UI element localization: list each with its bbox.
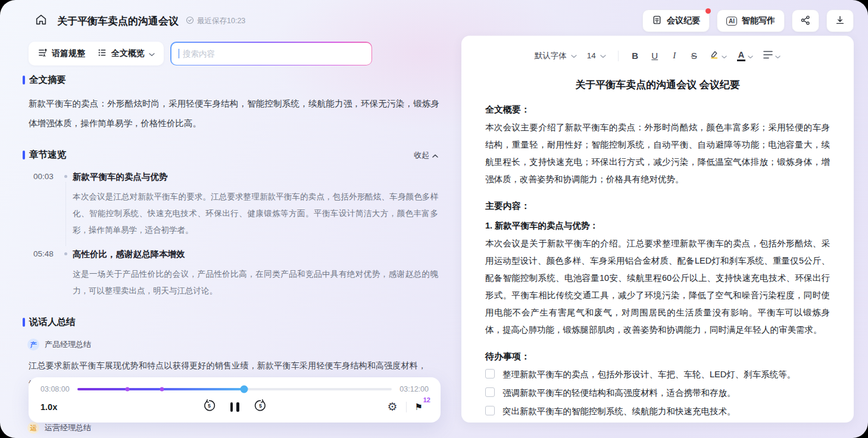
topbar: 关于平衡车卖点的沟通会议 最近保存10:23 会议纪要 AI 智能写作: [0, 0, 868, 35]
avatar: 产: [27, 339, 39, 351]
ab-marker[interactable]: [126, 387, 130, 392]
chevron-down-icon: [775, 51, 780, 61]
smart-writing-button[interactable]: AI 智能写作: [717, 10, 785, 32]
strikethrough-button[interactable]: S: [689, 51, 699, 61]
summary-text: 新款平衡车的卖点：外形酷炫时尚，采用轻便车身结构，智能控制系统，续航能力强，环保…: [29, 94, 439, 133]
svg-text:5: 5: [259, 403, 262, 409]
font-size-select[interactable]: 14: [587, 51, 606, 60]
todo-checkbox[interactable]: [485, 369, 495, 378]
flag-icon: ⚑: [415, 402, 423, 412]
italic-button[interactable]: I: [670, 51, 679, 61]
pause-icon: [236, 402, 239, 412]
highlighter-icon: [709, 49, 719, 62]
search-input[interactable]: [182, 49, 364, 59]
summary-heading: 全文摘要: [29, 74, 66, 86]
speaker-header: 运 运营经理总结: [27, 422, 441, 434]
home-button[interactable]: [35, 13, 48, 29]
share-icon: [800, 15, 811, 27]
flag-count-badge: 12: [423, 396, 430, 403]
chapter-body: 新款平衡车的卖点与优势 本次会议是江总对新款平衡车的要求。江总要求整理新款平衡车…: [73, 171, 441, 239]
accent-bar: [23, 76, 25, 85]
minutes-document[interactable]: 关于平衡车卖点的沟通会议 会议纪要 全文概要： 本次会议主要介绍了新款平衡车的卖…: [461, 78, 854, 423]
playhead[interactable]: [240, 386, 248, 393]
overview-paragraph: 本次会议主要介绍了新款平衡车的卖点：外形时尚酷炫，颜色丰富多彩；采用轻便的车身结…: [485, 119, 830, 188]
pause-button[interactable]: [230, 402, 239, 412]
font-family-select[interactable]: 默认字体: [535, 51, 577, 61]
share-button[interactable]: [792, 10, 819, 32]
section1-paragraph: 本次会议是关于新款平衡车的介绍。江总要求整理新款平衡车的卖点，包括外形酷炫、采用…: [485, 235, 830, 339]
player-start-time: 03:08:00: [40, 385, 70, 393]
collapse-button[interactable]: 收起: [414, 150, 441, 161]
save-status-badge: 最近保存10:23: [186, 16, 245, 26]
chapter-title: 高性价比，感谢赵总降本增效: [73, 249, 438, 260]
toolbar-divider: [618, 51, 619, 61]
chapter-description: 这是一场关于产品性价比的会议，产品性价比高，在同类产品和竞品中具有绝对优势，感谢…: [73, 266, 438, 299]
chevron-down-icon: [571, 51, 577, 60]
rewind-5-button[interactable]: 5: [202, 399, 216, 415]
font-color-button[interactable]: A: [737, 51, 753, 61]
home-icon: [35, 13, 48, 29]
speakers-heading: 说话人总结: [29, 316, 76, 328]
playback-speed-button[interactable]: 1.0x: [40, 402, 118, 412]
accent-bar: [23, 318, 25, 327]
flag-marks-button[interactable]: ⚑ 12: [415, 402, 423, 412]
svg-text:5: 5: [208, 403, 211, 409]
notification-dot: [705, 8, 711, 14]
gear-icon: ⚙: [388, 401, 398, 413]
chevron-down-icon: [748, 51, 753, 61]
editor-toolbar: 默认字体 14 B U I S: [461, 49, 854, 62]
chapter-timestamp[interactable]: 05:48: [33, 249, 60, 299]
chevron-down-icon: [722, 51, 727, 61]
ab-marker[interactable]: [160, 387, 164, 392]
save-status-text: 最近保存10:23: [197, 16, 245, 26]
text-cursor: [179, 49, 180, 58]
document-icon: [652, 15, 662, 27]
chevron-down-icon: [149, 49, 155, 58]
player-progress-row: 03:08:00 03:12:00: [40, 385, 429, 393]
text-reorder-icon: [38, 48, 48, 60]
underline-button[interactable]: U: [650, 51, 660, 61]
progress-track[interactable]: [77, 388, 392, 390]
main-content-heading: 主要内容：: [485, 201, 830, 212]
todo-item: 突出新款平衡车的智能控制系统、续航能力和快速充电技术。: [485, 405, 830, 418]
todo-checkbox[interactable]: [485, 387, 495, 397]
forward-5-icon: 5: [254, 399, 267, 415]
chapter-dotted-line: [65, 182, 66, 246]
chapter-rail: [60, 249, 73, 299]
pause-icon: [230, 402, 233, 412]
chapter-item[interactable]: 05:48 高性价比，感谢赵总降本增效 这是一场关于产品性价比的会议，产品性价比…: [23, 249, 441, 299]
chapters-section-header: 章节速览 收起: [23, 149, 441, 161]
todo-list: 整理新款平衡车的卖点，包括外形设计、车把、车轮、LED灯、刹车系统等。 强调新款…: [485, 368, 830, 423]
divider: [406, 402, 407, 412]
player-controls-row: 1.0x 5 5 ⚙: [40, 399, 429, 415]
settings-button[interactable]: ⚙: [388, 401, 398, 412]
todo-item: 强调新款平衡车的轻便结构和高强度材料，适合携带和存放。: [485, 387, 830, 399]
full-text-overview-button[interactable]: 全文概览: [97, 48, 155, 60]
font-family-value: 默认字体: [535, 51, 567, 61]
forward-5-button[interactable]: 5: [254, 399, 267, 415]
chapter-timestamp[interactable]: 00:03: [33, 171, 60, 239]
view-controls: 语篇规整 全文概览: [29, 42, 164, 65]
list-icon: [97, 48, 107, 60]
ai-icon: AI: [726, 17, 737, 26]
meeting-minutes-label: 会议纪要: [667, 15, 700, 26]
download-button[interactable]: [826, 10, 854, 32]
topbar-actions: 会议纪要 AI 智能写作: [642, 10, 854, 32]
speaker-summary: 运 运营经理总结 本次会议主要介绍了新款平衡车的特点。该车型外观酷炫，采用运动型…: [23, 422, 441, 438]
font-size-value: 14: [587, 51, 596, 60]
download-icon: [835, 15, 845, 27]
highlight-button[interactable]: [709, 49, 727, 62]
meeting-minutes-button[interactable]: 会议纪要: [642, 10, 710, 32]
chapter-dot: [64, 252, 67, 255]
chapter-item[interactable]: 00:03 新款平衡车的卖点与优势 本次会议是江总对新款平衡车的要求。江总要求整…: [23, 171, 441, 239]
todo-text: 突出新款平衡车的智能控制系统、续航能力和快速充电技术。: [502, 405, 736, 418]
section1-heading: 1. 新款平衡车的卖点与优势：: [485, 220, 830, 231]
bold-button[interactable]: B: [630, 51, 640, 61]
speaker-header: 产 产品经理总结: [27, 339, 441, 351]
minutes-editor-panel: 默认字体 14 B U I S: [461, 36, 854, 423]
todo-checkbox[interactable]: [485, 406, 495, 415]
discourse-tidy-button[interactable]: 语篇规整: [38, 48, 85, 60]
align-left-icon: [763, 51, 773, 61]
accent-bar: [23, 151, 25, 159]
align-button[interactable]: [763, 51, 780, 61]
